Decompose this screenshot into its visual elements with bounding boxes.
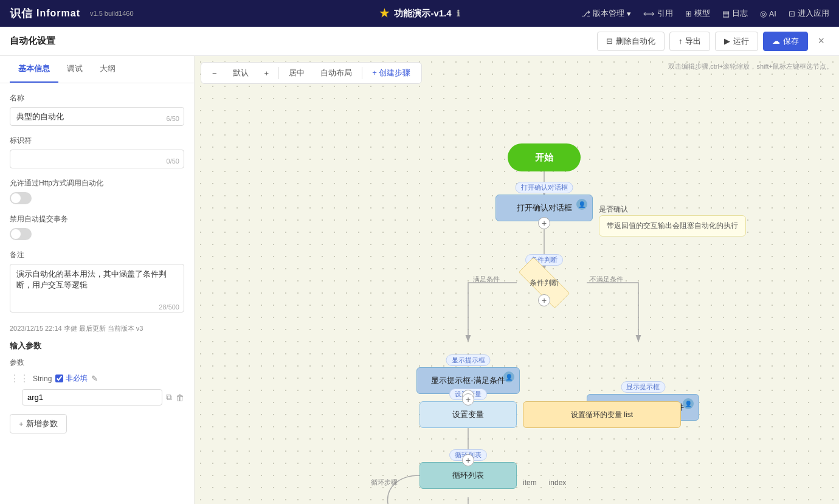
drag-handle-icon[interactable]: ⋮⋮	[10, 373, 29, 384]
help-icon[interactable]: ℹ	[457, 9, 460, 18]
form-meta: 2023/12/15 22:14 李健 最后更新 当前版本 v3	[10, 324, 184, 333]
copy-icon[interactable]: ⧉	[166, 392, 172, 402]
run-button[interactable]: ▶ 运行	[715, 32, 758, 51]
condition-label: 条件判断	[530, 278, 559, 288]
http-toggle[interactable]	[10, 192, 32, 204]
loop-item-label: item	[523, 478, 537, 487]
form-note-count: 28/500	[159, 303, 179, 311]
chevron-down-icon: ▾	[627, 9, 631, 18]
param-type-label: String	[33, 375, 52, 383]
delete-automation-button[interactable]: ⊟ 删除自动化	[597, 32, 665, 51]
form-name-count: 6/50	[167, 115, 179, 122]
condition-node[interactable]: 条件判断 条件判断 +	[508, 268, 581, 298]
grid-icon: ⊞	[685, 9, 692, 18]
param-edit-icon[interactable]: ✎	[91, 374, 98, 383]
form-name-input[interactable]	[10, 107, 184, 126]
app-version: v1.5 build1460	[90, 10, 134, 17]
left-tabs: 基本信息 调试 大纲	[0, 56, 194, 83]
nav-model[interactable]: ⊞ 模型	[685, 8, 710, 19]
confirm-label: 是否确认	[599, 204, 628, 215]
branch-icon: ⎇	[581, 9, 590, 18]
form-note-textarea[interactable]: 演示自动化的基本用法，其中涵盖了条件判断，用户交互等逻辑	[10, 264, 184, 312]
loop-step-label: 循环步骤	[371, 478, 398, 487]
export-icon: ↑	[678, 36, 683, 46]
params-title: 输入参数	[10, 340, 184, 351]
zoom-out-button[interactable]: −	[206, 66, 223, 80]
params-section: 输入参数 参数 ⋮⋮ String 非必填 ✎ ⧉ 🗑	[10, 340, 184, 433]
start-node[interactable]: 开始	[508, 143, 581, 171]
ai-icon: ◎	[760, 9, 767, 18]
tab-debug[interactable]: 调试	[58, 56, 91, 83]
form-tx-group: 禁用自动提交事务	[10, 214, 184, 240]
left-panel: 基本信息 调试 大纲 名称 6/50 标识符 0/50 允许通过Http方式	[0, 56, 195, 504]
condition-plus[interactable]: +	[538, 294, 550, 306]
nav-enter-app[interactable]: ⊡ 进入应用	[789, 8, 829, 19]
logo-cn: 识信	[10, 6, 33, 21]
main-toolbar: 自动化设置 ⊟ 删除自动化 ↑ 导出 ▶ 运行 ☁ 保存 ×	[0, 27, 839, 56]
param-required-checkbox[interactable]	[55, 375, 63, 382]
user-icon3: 👤	[683, 398, 694, 409]
node-plus-dialog[interactable]: +	[538, 217, 550, 229]
create-step-button[interactable]: + 创建步骤	[366, 65, 416, 81]
loop-node[interactable]: 循环列表 循环列表 +	[420, 462, 517, 489]
auto-layout-button[interactable]: 自动布局	[314, 65, 358, 81]
set-loop-var-node[interactable]: 设置循环的变量 list	[523, 401, 681, 428]
param-type-row: ⋮⋮ String 非必填 ✎	[10, 373, 184, 384]
param-input-row: ⧉ 🗑	[10, 389, 184, 406]
loop-index-label: index	[549, 478, 567, 487]
param-name-input[interactable]	[22, 389, 162, 406]
nav-ai[interactable]: ◎ AI	[760, 9, 776, 18]
form-note-label: 备注	[10, 250, 184, 260]
confirm-info-box: 带返回值的交互输出会阻塞自动化的执行	[599, 215, 746, 236]
save-button[interactable]: ☁ 保存	[763, 32, 808, 51]
star-icon: ★	[379, 7, 389, 20]
top-nav: 识信 Informat v1.5 build1460 ★ 功能演示-v1.4 ℹ…	[0, 0, 839, 27]
plus-icon: +	[19, 419, 24, 429]
page-title: 自动化设置	[10, 35, 592, 47]
form-http-label: 允许通过Http方式调用自动化	[10, 178, 184, 188]
form-name-group: 名称 6/50	[10, 93, 184, 126]
nav-version-mgmt[interactable]: ⎇ 版本管理 ▾	[581, 8, 631, 19]
fit-button[interactable]: 居中	[283, 65, 311, 81]
set-var-plus-top[interactable]: +	[462, 393, 474, 406]
param-required-label: 非必填	[66, 373, 88, 384]
delete-icon: ⊟	[606, 36, 613, 46]
main-layout: 基本信息 调试 大纲 名称 6/50 标识符 0/50 允许通过Http方式	[0, 56, 839, 504]
form-tag-input[interactable]	[10, 150, 184, 168]
params-sub: 参数	[10, 357, 184, 368]
log-icon: ▤	[722, 9, 730, 18]
nav-log[interactable]: ▤ 日志	[722, 8, 748, 19]
add-param-button[interactable]: + 新增参数	[10, 414, 67, 433]
show-prompt-sat-node[interactable]: 显示提示框 显示提示框-满足条件 👤 +	[416, 367, 520, 394]
toolbar-divider2	[362, 67, 362, 79]
show-prompt-unsat-badge: 显示提示框	[621, 381, 665, 393]
page-header-title: 功能演示-v1.4	[394, 8, 451, 19]
center-title: ★ 功能演示-v1.4 ℹ	[379, 7, 459, 20]
loop-plus-top[interactable]: +	[462, 454, 474, 466]
canvas-toolbar: − 默认 + 居中 自动布局 + 创建步骤	[201, 62, 422, 84]
zoom-in-button[interactable]: +	[258, 66, 275, 80]
logo-en: Informat	[36, 8, 80, 19]
form-tag-label: 标识符	[10, 136, 184, 146]
satisfied-label: 满足条件	[473, 275, 500, 284]
delete-param-icon[interactable]: 🗑	[176, 393, 184, 402]
canvas-area[interactable]: − 默认 + 居中 自动布局 + 创建步骤 双击编辑步骤,ctrl+滚轮缩放，s…	[195, 56, 839, 504]
form-http-group: 允许通过Http方式调用自动化	[10, 178, 184, 204]
nav-right-actions: ⎇ 版本管理 ▾ ⟺ 引用 ⊞ 模型 ▤ 日志 ◎ AI ⊡ 进入应用	[581, 8, 829, 19]
link-icon: ⟺	[643, 9, 655, 18]
open-dialog-node[interactable]: 打开确认对话框 打开确认对话框 👤 +	[495, 195, 593, 221]
show-prompt-sat-badge: 显示提示框	[446, 354, 491, 366]
close-button[interactable]: ×	[813, 32, 829, 50]
canvas-hint: 双击编辑步骤,ctrl+滚轮缩放，shift+鼠标左键框选节点。	[668, 62, 833, 71]
open-dialog-badge: 打开确认对话框	[516, 182, 573, 193]
export-button[interactable]: ↑ 导出	[669, 32, 711, 51]
default-zoom-button[interactable]: 默认	[227, 65, 255, 81]
tx-toggle[interactable]	[10, 228, 32, 240]
param-required-wrap: 非必填	[55, 373, 88, 384]
form-tx-label: 禁用自动提交事务	[10, 214, 184, 224]
set-var-node[interactable]: 设置变量 设置变量 +	[420, 401, 517, 428]
nav-reference[interactable]: ⟺ 引用	[643, 8, 673, 19]
run-icon: ▶	[724, 36, 730, 46]
tab-outline[interactable]: 大纲	[91, 56, 124, 83]
tab-basic[interactable]: 基本信息	[10, 56, 58, 83]
